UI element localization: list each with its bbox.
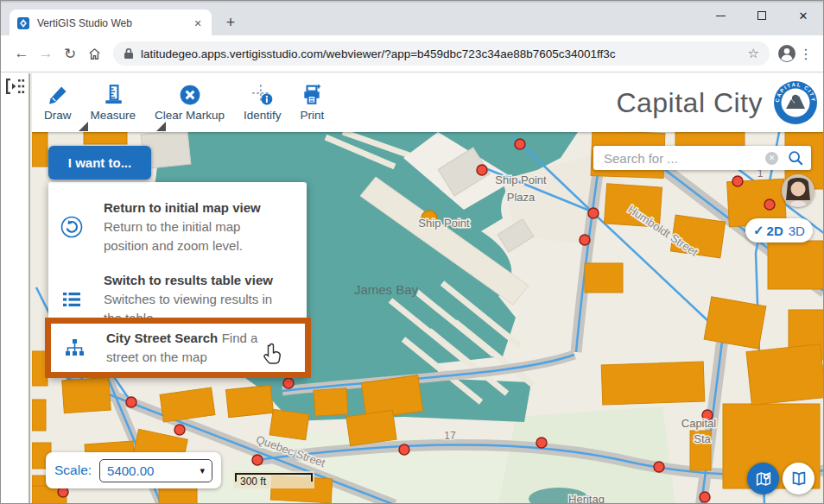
map-point-marker[interactable] xyxy=(700,492,710,502)
check-icon: ✓ xyxy=(753,223,764,238)
view-dimension-toggle[interactable]: ✓ 2D 3D xyxy=(745,218,813,243)
map-point-marker[interactable] xyxy=(477,165,487,175)
map-point-marker[interactable] xyxy=(515,139,525,149)
lock-icon xyxy=(124,47,134,60)
printer-icon xyxy=(301,84,323,106)
app-toolbar: Draw Measure Clear Markup xyxy=(32,73,824,132)
measure-more-indicator[interactable] xyxy=(156,122,166,131)
reload-icon[interactable]: ↻ xyxy=(58,41,82,66)
map-label: Plaza xyxy=(507,191,536,204)
menu-item-return-to-initial-view[interactable]: Return to initial map view Return to the… xyxy=(48,191,307,263)
street-hierarchy-icon xyxy=(63,329,86,367)
map-point-marker[interactable] xyxy=(580,235,590,245)
map-label: Sta xyxy=(694,432,711,445)
map-point-marker[interactable] xyxy=(654,462,664,472)
map-point-marker[interactable] xyxy=(174,425,185,435)
city-logo: CAPITAL CITY 1862 xyxy=(773,80,818,125)
pencil-icon xyxy=(47,84,69,106)
search-box: ✕ xyxy=(593,146,811,170)
scale-panel: Scale: 5400.00 ▾ xyxy=(46,452,221,488)
scale-label: Scale: xyxy=(54,463,92,478)
map-label: 17 xyxy=(444,430,456,442)
map-point-marker[interactable] xyxy=(588,208,599,218)
map-point-marker[interactable] xyxy=(126,397,136,407)
forward-icon[interactable]: → xyxy=(34,41,58,66)
menu-item-title: Return to initial map view xyxy=(104,200,261,215)
ruler-icon xyxy=(102,84,124,106)
window-minimize-button[interactable] xyxy=(713,8,728,23)
bookmark-star-icon[interactable]: ☆ xyxy=(748,46,759,61)
toggle-2d[interactable]: 2D xyxy=(767,224,783,238)
app-title: Capital City xyxy=(616,87,773,119)
map-label: Ship Point xyxy=(418,217,470,230)
measure-button[interactable]: Measure xyxy=(91,84,136,122)
user-avatar[interactable] xyxy=(782,174,814,207)
map-point-marker[interactable] xyxy=(283,378,294,388)
i-want-to-button[interactable]: I want to... xyxy=(48,146,151,180)
caret-down-icon: ▾ xyxy=(200,465,205,476)
menu-item-title: City Street Search xyxy=(106,331,218,345)
basemap-button[interactable] xyxy=(747,463,779,495)
tab-title: VertiGIS Studio Web xyxy=(37,17,191,29)
map-point-marker[interactable] xyxy=(764,199,775,210)
browser-window: VertiGIS Studio Web ✕ + ✕ ← → ↻ latitude… xyxy=(0,0,824,504)
scale-select[interactable]: 5400.00 ▾ xyxy=(99,459,212,482)
search-clear-icon[interactable]: ✕ xyxy=(765,152,778,165)
panel-toggle-icon[interactable] xyxy=(6,79,25,94)
side-panel-strip xyxy=(1,73,30,504)
address-bar[interactable]: latitudegeo.apps.vertigisstudio.com/webv… xyxy=(113,41,770,66)
profile-icon[interactable] xyxy=(776,43,797,64)
browser-navbar: ← → ↻ latitudegeo.apps.vertigisstudio.co… xyxy=(1,35,823,72)
menu-item-title: Switch to results table view xyxy=(104,273,273,287)
clear-markup-button[interactable]: Clear Markup xyxy=(155,84,225,122)
new-tab-button[interactable]: + xyxy=(220,13,241,34)
map-point-marker[interactable] xyxy=(732,176,743,186)
url-text: latitudegeo.apps.vertigisstudio.com/webv… xyxy=(141,47,748,60)
map-area: Ship PointPlazaShip PointJames BayHumbol… xyxy=(32,73,824,504)
map-label: James Bay xyxy=(354,282,419,297)
draw-more-indicator[interactable] xyxy=(79,122,88,131)
scale-value: 5400.00 xyxy=(107,463,200,478)
home-icon[interactable] xyxy=(82,41,106,66)
window-close-button[interactable]: ✕ xyxy=(795,8,811,23)
map-label: Heritag xyxy=(568,493,605,504)
hand-cursor-icon xyxy=(262,343,282,367)
search-input[interactable] xyxy=(604,151,765,166)
browser-menu-icon[interactable]: ⋮ xyxy=(797,46,814,62)
map-label: Capital xyxy=(681,417,717,430)
map-point-marker[interactable] xyxy=(399,444,409,455)
scalebar: 300 ft xyxy=(233,471,314,488)
identify-button[interactable]: Identify xyxy=(244,84,282,122)
map-label: Ship Point xyxy=(495,173,547,186)
open-book-icon xyxy=(789,469,808,488)
tab-close-icon[interactable]: ✕ xyxy=(191,16,205,30)
search-icon[interactable] xyxy=(787,149,804,167)
circle-x-icon xyxy=(179,84,201,106)
scalebar-text: 300 ft xyxy=(240,476,266,488)
favicon xyxy=(16,16,30,30)
back-icon[interactable]: ← xyxy=(10,41,34,66)
bookmarks-button[interactable] xyxy=(783,463,814,495)
toggle-3d[interactable]: 3D xyxy=(789,224,805,238)
map-point-marker[interactable] xyxy=(252,455,263,465)
map-point-marker[interactable] xyxy=(536,438,547,448)
tab-strip: VertiGIS Studio Web ✕ + ✕ xyxy=(1,1,823,35)
menu-item-city-street-search-highlight: City Street Search Find a street on the … xyxy=(45,318,311,378)
browser-tab[interactable]: VertiGIS Studio Web ✕ xyxy=(10,9,212,37)
app-root: Ship PointPlazaShip PointJames BayHumbol… xyxy=(1,73,824,504)
menu-item-desc: Return to the initial map position and z… xyxy=(104,219,243,253)
crosshair-info-icon xyxy=(251,84,274,106)
basemap-icon xyxy=(754,469,773,488)
window-maximize-button[interactable] xyxy=(754,8,770,23)
print-button[interactable]: Print xyxy=(301,84,325,122)
draw-button[interactable]: Draw xyxy=(44,84,72,122)
reset-view-icon xyxy=(60,198,83,255)
